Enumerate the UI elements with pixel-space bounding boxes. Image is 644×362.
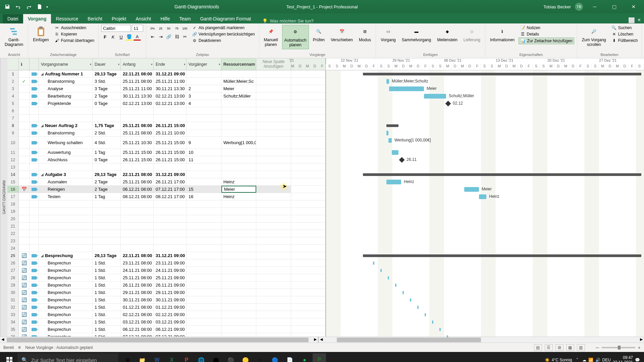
- taskbar-search[interactable]: 🔍 Zur Suche Text hier eingeben: [17, 353, 118, 362]
- gantt-task-bar[interactable]: [386, 180, 401, 184]
- col-info[interactable]: ℹ: [19, 58, 30, 70]
- table-row[interactable]: 31 🔄 Besprechun 1 Std. 30.11.21 08:00 30…: [7, 296, 325, 304]
- gantt-task-bar[interactable]: [388, 138, 392, 143]
- table-row[interactable]: 33 🔄 Besprechun 1 Std. 02.12.21 08:00 02…: [7, 311, 325, 318]
- edge-app[interactable]: 🔵: [268, 353, 282, 362]
- copy-button[interactable]: ⎘Kopieren: [53, 31, 96, 37]
- format-painter-button[interactable]: 🖌Format übertragen: [53, 38, 96, 44]
- unlink-button[interactable]: ⛓: [173, 33, 180, 40]
- app-1[interactable]: 🟡: [239, 353, 252, 362]
- table-row[interactable]: 27 🔄 Besprechun 1 Std. 24.11.21 08:00 24…: [7, 267, 325, 274]
- font-color-button[interactable]: A: [133, 33, 141, 41]
- gantt-milestone[interactable]: [399, 157, 405, 163]
- fill-color-button[interactable]: 🪣: [125, 33, 133, 41]
- progress-100-button[interactable]: 100: [181, 25, 189, 32]
- start-button[interactable]: [1, 352, 17, 362]
- gantt-task-bar[interactable]: [389, 86, 424, 91]
- progress-75-button[interactable]: 75: [173, 25, 180, 32]
- table-row[interactable]: 10 Werbung schalten 4 Std. 25.11.21 10:3…: [7, 137, 325, 149]
- maximize-button[interactable]: ▢: [606, 1, 622, 12]
- table-row[interactable]: 26 🔄 Besprechun 1 Std. 23.11.21 08:00 23…: [7, 259, 325, 267]
- mark-on-track-button[interactable]: ✓Als plangemäß markieren: [191, 25, 256, 31]
- table-row[interactable]: 21: [7, 223, 325, 230]
- tab-file[interactable]: Datei: [3, 14, 23, 23]
- view-calendar-button[interactable]: ▦: [566, 344, 574, 351]
- explorer-app[interactable]: 📁: [136, 353, 149, 362]
- clock-time[interactable]: 09:47: [613, 355, 633, 360]
- information-button[interactable]: ℹInformationen: [488, 25, 517, 44]
- close-button[interactable]: ✕: [626, 1, 641, 12]
- indent-button[interactable]: ⇥: [157, 33, 164, 40]
- inspect-button[interactable]: 🔍Prüfen: [311, 25, 327, 44]
- font-name-combo[interactable]: [101, 25, 131, 32]
- gantt-summary-bar[interactable]: [386, 124, 398, 127]
- gantt-task-bar[interactable]: [392, 150, 398, 155]
- gantt-chart-button[interactable]: Gantt- Diagramm: [3, 25, 25, 49]
- insert-task-button[interactable]: ▭Vorgang: [379, 25, 398, 44]
- spotify-app[interactable]: ●: [298, 353, 311, 362]
- gantt-task-bar[interactable]: [424, 94, 446, 99]
- gantt-task-bar[interactable]: [386, 79, 389, 84]
- auto-schedule-button[interactable]: ⚙Automatisch planen: [282, 25, 309, 49]
- insert-summary-button[interactable]: ▬Sammelvorgang: [400, 25, 433, 44]
- col-end[interactable]: Ende▾: [154, 58, 186, 70]
- mode-button[interactable]: ⊞Modus: [357, 25, 373, 44]
- table-row[interactable]: 11 Auswertung 1 Tag 25.11.21 15:00 26.11…: [7, 149, 325, 156]
- tab-projekt[interactable]: Projekt: [107, 14, 131, 23]
- view-resource-button[interactable]: ▥: [577, 344, 585, 351]
- col-name[interactable]: Vorgangsname▾: [39, 58, 93, 70]
- table-row[interactable]: 14 ◢Aufgabe 3 29,13 Tage 22.11.21 08:00 …: [7, 171, 325, 178]
- font-size-combo[interactable]: [132, 25, 143, 32]
- italic-button[interactable]: K: [109, 33, 117, 41]
- view-gantt-button[interactable]: ▤: [534, 344, 542, 351]
- tab-vorgang[interactable]: Vorgang: [23, 14, 51, 23]
- add-to-timeline-button[interactable]: 📊Zur Zeitachse hinzufügen: [519, 38, 574, 44]
- table-row[interactable]: 1 ◢Auftrag Nummer 1 29,13 Tage 22.11.21 …: [7, 70, 325, 78]
- progress-25-button[interactable]: 25: [157, 25, 164, 32]
- tab-hilfe[interactable]: Hilfe: [156, 14, 174, 23]
- delete-button[interactable]: ✕Löschen: [610, 31, 639, 37]
- excel-app[interactable]: X: [165, 353, 178, 362]
- gantt-task-bar[interactable]: [479, 194, 486, 199]
- clock-date[interactable]: 22.11.2021: [613, 360, 633, 362]
- details-button[interactable]: ☰Details: [519, 31, 574, 37]
- table-row[interactable]: 25 🔄 ◢Besprechung 29,13 Tage 22.11.21 08…: [7, 252, 325, 259]
- word-app[interactable]: W: [150, 353, 164, 362]
- tray-volume-icon[interactable]: 🔊: [595, 358, 600, 362]
- col-duration[interactable]: Dauer▾: [93, 58, 121, 70]
- table-row[interactable]: 8 ◢Neuer Auftrag 2 1,75 Tage 25.11.21 08…: [7, 122, 325, 129]
- table-row[interactable]: 22: [7, 230, 325, 237]
- tray-wifi-icon[interactable]: 📶: [588, 358, 593, 362]
- move-button[interactable]: 📅Verschieben: [329, 25, 355, 44]
- outdent-button[interactable]: ⇤: [149, 33, 156, 40]
- split-button[interactable]: ✂: [181, 33, 189, 40]
- tray-lang[interactable]: DEU: [602, 358, 611, 362]
- table-row[interactable]: 19: [7, 208, 325, 215]
- save-icon[interactable]: [3, 3, 11, 11]
- notepad-app[interactable]: 📄: [283, 353, 297, 362]
- insert-milestone-button[interactable]: ◆Meilenstein: [435, 25, 460, 44]
- undo-icon[interactable]: [14, 3, 22, 11]
- powerpoint-app[interactable]: P: [180, 353, 193, 362]
- gantt-summary-bar[interactable]: [363, 73, 641, 75]
- notes-button[interactable]: 📝Notizen: [519, 25, 574, 31]
- view-network-button[interactable]: ⊞: [555, 344, 564, 351]
- chrome-app[interactable]: ⬤: [209, 353, 223, 362]
- gantt-task-bar[interactable]: [386, 131, 388, 135]
- tab-team[interactable]: Team: [174, 14, 195, 23]
- col-mode[interactable]: [30, 58, 39, 70]
- find-button[interactable]: 🔍Suchen: [610, 25, 639, 31]
- progress-0-button[interactable]: 0%: [149, 25, 156, 32]
- table-row[interactable]: 34 🔄 Besprechun 1 Std. 03.12.21 08:00 03…: [7, 318, 325, 326]
- col-start[interactable]: Anfang▾: [121, 58, 154, 70]
- project-app[interactable]: P: [313, 353, 326, 362]
- ribbon-collapse-icon[interactable]: ×: [638, 17, 641, 23]
- insert-delivery-button[interactable]: ◇Lieferung: [462, 25, 482, 44]
- table-row[interactable]: 7: [7, 115, 325, 122]
- fill-button[interactable]: ⬇Füllbereich: [610, 38, 639, 44]
- app-2[interactable]: ▫: [254, 353, 267, 362]
- tab-gantt-format[interactable]: Gantt-Diagramm Format: [196, 14, 256, 23]
- col-new[interactable]: Neue Spalte hinzufügen: [256, 58, 291, 70]
- respect-links-button[interactable]: 🔗Verknüpfungen berücksichtigen: [191, 31, 256, 37]
- scroll-to-task-button[interactable]: 🔎Zum Vorgang scrollen: [580, 25, 608, 49]
